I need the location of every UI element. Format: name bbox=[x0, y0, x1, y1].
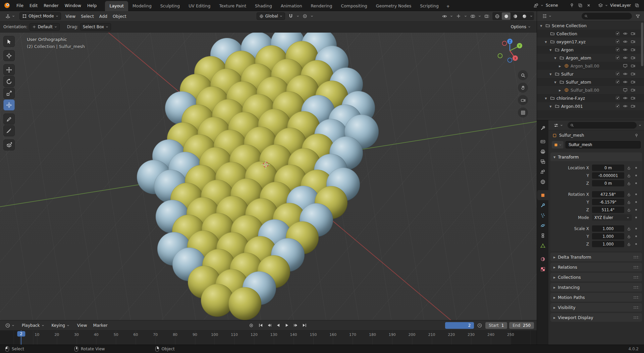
drag-mode-dropdown[interactable]: Select Box bbox=[80, 23, 111, 31]
orthographic-grid-icon[interactable] bbox=[518, 107, 528, 118]
hide-viewport-icon[interactable] bbox=[623, 39, 628, 44]
shading-material-button[interactable] bbox=[511, 12, 520, 20]
workspace-tab-modeling[interactable]: Modeling bbox=[128, 1, 156, 11]
playhead[interactable]: 2 bbox=[21, 330, 21, 345]
next-keyframe-button[interactable] bbox=[292, 322, 300, 329]
viewport-canvas[interactable]: User Orthographic (2) Collection | Sulfu… bbox=[0, 33, 537, 320]
properties-tab-physics[interactable] bbox=[537, 220, 548, 230]
menu-render[interactable]: Render bbox=[41, 2, 62, 9]
proportional-options-chevron-icon[interactable] bbox=[311, 15, 313, 17]
drag-grip-icon[interactable] bbox=[633, 316, 639, 319]
outliner-search[interactable] bbox=[582, 13, 632, 19]
animate-keyframe-dot[interactable] bbox=[635, 201, 637, 203]
value-field-y[interactable]: -0.000001 bbox=[592, 172, 624, 179]
play-button[interactable] bbox=[283, 322, 291, 329]
view-layer-icon[interactable] bbox=[597, 2, 604, 9]
value-field-rotation-x[interactable]: 472.58° bbox=[592, 191, 624, 197]
checkbox-icon[interactable] bbox=[615, 104, 620, 108]
value-field-z[interactable]: 1.000 bbox=[592, 241, 624, 247]
disable-render-icon[interactable] bbox=[631, 31, 635, 36]
animate-keyframe-dot[interactable] bbox=[635, 175, 637, 176]
properties-tab-world[interactable] bbox=[537, 177, 548, 187]
scene-browse-icon[interactable] bbox=[532, 2, 540, 9]
lock-icon[interactable] bbox=[626, 227, 632, 231]
properties-search-input[interactable] bbox=[576, 123, 634, 128]
shading-wireframe-button[interactable] bbox=[493, 12, 501, 20]
lock-icon[interactable] bbox=[626, 192, 632, 196]
section-motion-paths[interactable]: ▸Motion Paths bbox=[550, 293, 642, 302]
outliner-item-sulfur-ball-00[interactable]: ▸Sulfur_ball.00 bbox=[537, 86, 644, 94]
properties-tab-texture[interactable] bbox=[537, 264, 548, 274]
frame-end-field[interactable]: End250 bbox=[509, 322, 534, 329]
gizmos-toggle-icon[interactable] bbox=[455, 12, 462, 20]
add-workspace-button[interactable]: + bbox=[443, 2, 453, 11]
section-relations[interactable]: ▸Relations bbox=[550, 263, 642, 271]
tool-options-dropdown[interactable]: Options bbox=[508, 23, 533, 31]
copy-view-layer-icon[interactable] bbox=[633, 2, 641, 9]
disable-render-icon[interactable] bbox=[631, 55, 635, 60]
tool-scale-button[interactable] bbox=[3, 88, 15, 99]
snap-magnet-icon[interactable] bbox=[287, 12, 294, 20]
animate-keyframe-dot[interactable] bbox=[635, 228, 637, 229]
properties-tab-modifiers[interactable] bbox=[537, 200, 548, 210]
checkbox-icon[interactable] bbox=[615, 55, 620, 60]
workspace-tab-layout[interactable]: Layout bbox=[105, 1, 128, 11]
checkbox-icon[interactable] bbox=[615, 96, 620, 100]
visibility-chevron-icon[interactable] bbox=[450, 15, 453, 17]
disable-render-icon[interactable] bbox=[631, 47, 635, 52]
scene-name[interactable]: Scene bbox=[544, 3, 567, 8]
outliner-item-chlorine-f-xyz[interactable]: ▾chlorine-F.xyz bbox=[537, 94, 644, 102]
overlays-toggle-icon[interactable] bbox=[469, 12, 476, 20]
disable-render-icon[interactable] bbox=[631, 39, 635, 44]
properties-editor-type-button[interactable] bbox=[551, 122, 566, 129]
drag-grip-icon[interactable] bbox=[633, 266, 639, 268]
overlays-chevron-icon[interactable] bbox=[478, 15, 481, 17]
hide-viewport-icon[interactable] bbox=[623, 96, 628, 100]
disable-render-icon[interactable] bbox=[631, 63, 635, 68]
lock-icon[interactable] bbox=[626, 181, 632, 185]
disable-render-icon[interactable] bbox=[631, 80, 635, 84]
drag-grip-icon[interactable] bbox=[633, 256, 639, 258]
camera-view-icon[interactable] bbox=[518, 95, 528, 105]
chevron-down-icon[interactable] bbox=[541, 4, 543, 7]
timeline-ruler[interactable]: 2 10203040506070809010011012013014015016… bbox=[0, 330, 537, 345]
checkbox-icon[interactable] bbox=[615, 31, 620, 36]
navigation-gizmo[interactable]: Z Y X bbox=[496, 37, 524, 65]
checkbox-icon[interactable] bbox=[615, 39, 620, 44]
tool-cursor-button[interactable] bbox=[3, 50, 15, 61]
transform-panel-header[interactable]: ▾ Transform bbox=[550, 152, 642, 161]
auto-keying-record-icon[interactable] bbox=[248, 322, 255, 329]
shading-solid-button[interactable] bbox=[502, 12, 511, 20]
hide-viewport-icon[interactable] bbox=[623, 55, 628, 60]
copy-scene-icon[interactable] bbox=[577, 2, 584, 9]
jump-to-end-button[interactable] bbox=[301, 322, 309, 329]
lock-icon[interactable] bbox=[626, 200, 632, 204]
animate-keyframe-dot[interactable] bbox=[635, 235, 637, 237]
outliner-search-input[interactable] bbox=[590, 14, 629, 18]
properties-tab-scene[interactable] bbox=[537, 167, 548, 177]
disable-render-icon[interactable] bbox=[631, 72, 635, 76]
properties-tab-material[interactable] bbox=[537, 254, 548, 264]
disclosure-down-icon[interactable]: ▾ bbox=[539, 23, 543, 28]
sulfur-atom-sphere[interactable] bbox=[228, 287, 261, 320]
outliner-item-argon-ball-00[interactable]: ▸Argon_ball.00 bbox=[537, 62, 644, 70]
disable-render-icon[interactable] bbox=[631, 96, 635, 100]
drag-grip-icon[interactable] bbox=[633, 276, 639, 278]
disclosure-right-icon[interactable]: ▸ bbox=[558, 63, 562, 69]
outliner-item-sulfur[interactable]: ▾Sulfur bbox=[537, 70, 644, 78]
disclosure-down-icon[interactable]: ▾ bbox=[548, 47, 553, 52]
workspace-tab-geometry-nodes[interactable]: Geometry Nodes bbox=[372, 1, 416, 11]
section-visibility[interactable]: ▸Visibility bbox=[550, 303, 642, 312]
properties-tab-constraints[interactable] bbox=[537, 230, 548, 240]
animate-keyframe-dot[interactable] bbox=[635, 209, 637, 211]
outliner-scrollbar[interactable] bbox=[641, 23, 643, 66]
xray-toggle-icon[interactable] bbox=[483, 12, 490, 20]
outliner-item-oxygen17-xyz[interactable]: ▾oxygen17.xyz bbox=[537, 38, 644, 46]
viewport-menu-select[interactable]: Select bbox=[78, 13, 97, 20]
outliner-item-argon[interactable]: ▾Argon bbox=[537, 46, 644, 54]
tool-select-box-button[interactable] bbox=[3, 36, 15, 47]
animate-keyframe-dot[interactable] bbox=[635, 182, 637, 184]
workspace-tab-texture-paint[interactable]: Texture Paint bbox=[215, 1, 251, 11]
prev-keyframe-button[interactable] bbox=[266, 322, 274, 329]
outliner-editor-type-button[interactable] bbox=[540, 12, 554, 20]
